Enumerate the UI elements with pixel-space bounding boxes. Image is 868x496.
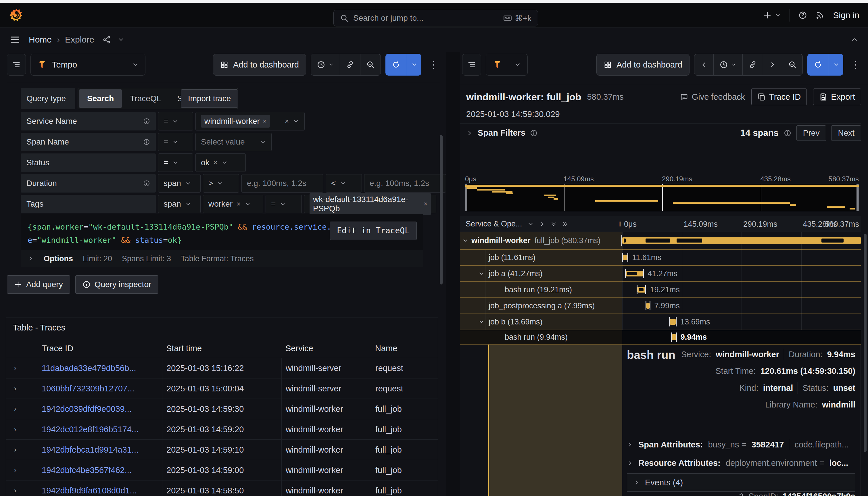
column-header[interactable]: Service: [281, 344, 371, 353]
service-name-operator[interactable]: =: [158, 112, 193, 130]
pane-kebab-menu[interactable]: ⋮: [426, 59, 441, 71]
row-expander-icon[interactable]: ›: [6, 466, 38, 474]
span-timeline-cell[interactable]: 19.21ms: [622, 282, 861, 297]
span-timeline-cell[interactable]: 7.99ms: [622, 298, 861, 313]
trace-id-button[interactable]: Trace ID: [751, 89, 807, 105]
span-row[interactable]: bash run (19.21ms)19.21ms: [460, 282, 861, 298]
tags-value[interactable]: wk-default-133114d6a91e-PSPQb×: [304, 195, 436, 213]
add-query-button[interactable]: Add query: [7, 275, 70, 294]
add-to-dashboard-button[interactable]: Add to dashboard: [596, 54, 689, 76]
span-bar[interactable]: [647, 303, 650, 309]
status-value[interactable]: ok ×: [196, 153, 246, 172]
add-to-dashboard-button[interactable]: Add to dashboard: [213, 54, 306, 76]
duration-lt-operator[interactable]: <: [326, 174, 362, 192]
export-button[interactable]: Export: [813, 89, 861, 105]
zoom-out-button[interactable]: [782, 54, 803, 75]
search-box[interactable]: Search or jump to... ⌘+k: [334, 10, 538, 27]
table-row[interactable]: › 1942dbf9d9fa6108d0d1... 2025-01-03 14:…: [6, 480, 438, 496]
double-chevron-down-icon[interactable]: [551, 221, 557, 227]
duration-scope[interactable]: span: [158, 174, 201, 192]
time-picker-button[interactable]: [311, 54, 340, 75]
table-row[interactable]: › 1942dc012e8f196b5174... 2025-01-03 14:…: [6, 419, 438, 440]
remove-chip-icon[interactable]: ×: [424, 200, 428, 208]
span-bar[interactable]: [637, 287, 645, 293]
span-timeline-cell[interactable]: 13.69ms: [622, 314, 861, 330]
span-bar[interactable]: [623, 254, 628, 260]
status-operator[interactable]: =: [158, 153, 193, 172]
span-row[interactable]: windmill-workerfull_job (580.37ms): [460, 232, 861, 250]
service-name-value[interactable]: windmill-worker× ×: [196, 112, 305, 130]
right-scrollbar[interactable]: [864, 234, 867, 452]
span-link-icon[interactable]: [737, 493, 744, 496]
table-row[interactable]: › 1060bbf732309b12707... 2025-01-03 15:0…: [6, 378, 438, 399]
options-row[interactable]: Options Limit: 20 Spans Limit: 3 Table F…: [21, 250, 423, 267]
span-expander-icon[interactable]: [478, 270, 484, 277]
trace-id-link[interactable]: 1942dbfebca1d9914a31...: [38, 445, 162, 455]
span-attributes-row[interactable]: Span Attributes: busy_ns =3582417 code.f…: [627, 439, 855, 450]
span-bar[interactable]: [626, 271, 643, 277]
double-chevron-right-icon[interactable]: [562, 221, 568, 227]
link-split-button[interactable]: [340, 54, 360, 75]
row-expander-icon[interactable]: ›: [6, 364, 38, 372]
span-expander-icon[interactable]: [478, 319, 484, 325]
pane-kebab-menu[interactable]: ⋮: [848, 59, 864, 71]
breadcrumb-current[interactable]: Explore: [65, 35, 94, 45]
datasource-picker[interactable]: Tempo: [30, 54, 145, 76]
give-feedback-button[interactable]: Give feedback: [680, 92, 745, 102]
tags-operator[interactable]: =: [266, 195, 302, 213]
sign-in-button[interactable]: Sign in: [833, 10, 859, 20]
remove-chip-icon[interactable]: ×: [263, 118, 266, 125]
table-row[interactable]: › 1942dbfebca1d9914a31... 2025-01-03 14:…: [6, 440, 438, 460]
column-header[interactable]: Trace ID: [38, 344, 162, 353]
clear-icon[interactable]: ×: [214, 159, 218, 167]
share-icon[interactable]: [102, 35, 111, 44]
span-row[interactable]: job_postprocessing a (7.99ms)7.99ms: [460, 298, 861, 314]
table-row[interactable]: › 1942dbfc4be3567f462... 2025-01-03 14:5…: [6, 460, 438, 480]
span-bar[interactable]: [622, 237, 861, 244]
news-icon[interactable]: [816, 11, 824, 19]
span-bar[interactable]: [672, 334, 676, 340]
grafana-logo-icon[interactable]: [9, 8, 24, 23]
span-filters-label[interactable]: Span Filters: [478, 128, 525, 138]
table-row[interactable]: › 1942dc039dfdf9e0039... 2025-01-03 14:5…: [6, 399, 438, 419]
span-timeline-cell[interactable]: 9.94ms: [622, 330, 861, 344]
query-history-button[interactable]: [462, 54, 481, 76]
tab-search[interactable]: Search: [79, 89, 122, 108]
trace-id-link[interactable]: 1942dc039dfdf9e0039...: [38, 404, 162, 414]
span-row[interactable]: job b (13.69ms)13.69ms: [460, 314, 861, 330]
chevron-right-icon[interactable]: [539, 221, 545, 227]
breadcrumb-home[interactable]: Home: [29, 35, 52, 45]
trace-id-link[interactable]: 1942dbfc4be3567f462...: [38, 466, 162, 475]
link-split-button[interactable]: [742, 54, 763, 75]
time-shift-back-button[interactable]: [694, 54, 713, 75]
column-header[interactable]: Start time: [162, 344, 281, 353]
row-expander-icon[interactable]: ›: [6, 446, 38, 454]
span-timeline-cell[interactable]: 11.61ms: [622, 250, 861, 265]
run-query-button[interactable]: [385, 54, 421, 76]
zoom-out-button[interactable]: [360, 54, 381, 75]
table-row[interactable]: › 11dabada33e479db56b... 2025-01-03 15:1…: [6, 358, 438, 378]
time-shift-forward-button[interactable]: [763, 54, 782, 75]
duration-gt-operator[interactable]: >: [203, 174, 239, 192]
trace-id-link[interactable]: 1060bbf732309b12707...: [38, 384, 162, 393]
help-icon[interactable]: [799, 11, 807, 19]
trace-minimap[interactable]: [465, 184, 859, 211]
collapse-pane-icon[interactable]: [851, 36, 858, 43]
span-timeline-cell[interactable]: [622, 232, 861, 249]
span-row[interactable]: job (11.61ms)11.61ms: [460, 250, 861, 266]
resource-attributes-row[interactable]: Resource Attributes: deployment.environm…: [627, 458, 855, 468]
span-row[interactable]: bash run (9.94ms)9.94ms: [460, 330, 861, 344]
chevron-down-icon[interactable]: [118, 36, 124, 43]
row-expander-icon[interactable]: ›: [6, 385, 38, 392]
chevron-down-icon[interactable]: [527, 221, 534, 227]
tab-traceql[interactable]: TraceQL: [122, 89, 169, 108]
new-menu-button[interactable]: [763, 11, 781, 19]
span-row[interactable]: job a (41.27ms)41.27ms: [460, 266, 861, 282]
run-query-button[interactable]: [807, 54, 843, 76]
column-header[interactable]: Name: [371, 344, 438, 353]
duration-max-input[interactable]: e.g. 100ms, 1.2s: [364, 174, 446, 192]
chevron-right-icon[interactable]: [466, 129, 473, 137]
span-expander-icon[interactable]: [462, 237, 468, 244]
mega-menu-icon[interactable]: [10, 34, 20, 45]
edit-in-traceql-button[interactable]: Edit in TraceQL: [330, 221, 417, 240]
